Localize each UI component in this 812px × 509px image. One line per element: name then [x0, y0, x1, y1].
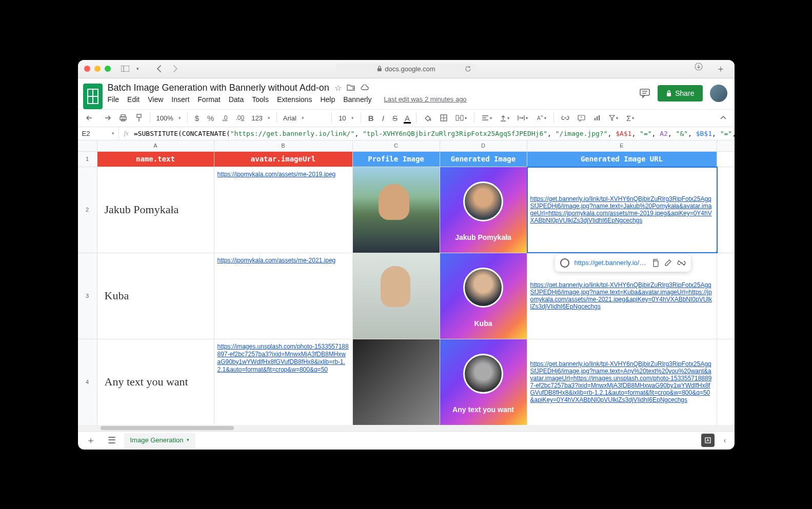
sheet-tab[interactable]: Image Generation ▾: [124, 433, 195, 448]
remove-link-button[interactable]: [677, 260, 686, 266]
font-family-select[interactable]: Arial▾: [281, 113, 327, 123]
text-color-button[interactable]: A: [403, 113, 412, 124]
col-header-c[interactable]: C: [353, 140, 440, 151]
cell-profile-image[interactable]: [353, 253, 440, 339]
strikethrough-button[interactable]: S: [389, 112, 401, 125]
functions-button[interactable]: Σ▾: [623, 112, 637, 125]
col-header-a[interactable]: A: [97, 140, 214, 151]
header-cell[interactable]: Profile Image: [353, 152, 440, 167]
increase-decimal-button[interactable]: .00: [232, 112, 247, 124]
hyperlink[interactable]: https://images.unsplash.com/photo-153355…: [217, 343, 349, 373]
menu-format[interactable]: Format: [197, 95, 220, 104]
text-wrap-button[interactable]: ▾: [514, 113, 531, 123]
collapse-toolbar-button[interactable]: [717, 114, 729, 122]
horizontal-align-button[interactable]: ▾: [479, 113, 495, 123]
menu-extensions[interactable]: Extensions: [277, 95, 312, 104]
cell-profile-image[interactable]: [353, 167, 440, 253]
format-percent-button[interactable]: %: [204, 112, 217, 125]
back-button[interactable]: [153, 64, 165, 73]
menu-view[interactable]: View: [148, 95, 163, 104]
cell-generated-url[interactable]: https://get.bannerly.io/link/tpl-XVHY6nQ…: [527, 167, 717, 253]
link-preview-text[interactable]: https://get.bannerly.io/link...: [575, 259, 646, 267]
explore-button[interactable]: [701, 434, 715, 447]
borders-button[interactable]: [437, 112, 450, 124]
name-box[interactable]: E2 ▾: [78, 127, 119, 140]
formula-input[interactable]: =SUBSTITUTE(CONCATENATE("https://get.ban…: [134, 130, 735, 137]
forward-button[interactable]: [170, 64, 181, 73]
hyperlink[interactable]: https://jpomykala.com/assets/me-2019.jpe…: [217, 171, 336, 178]
cell-name[interactable]: Jakub Pomykała: [97, 167, 214, 253]
header-cell[interactable]: Generated Image URL: [527, 152, 717, 167]
redo-button[interactable]: [100, 113, 114, 123]
cell-generated-image[interactable]: Jakub Pomykała: [440, 167, 527, 253]
row-header[interactable]: 1: [78, 152, 97, 167]
cell-avatar-url[interactable]: https://jpomykala.com/assets/me-2021.jpe…: [214, 253, 353, 339]
add-sheet-button[interactable]: ＋: [82, 432, 100, 449]
header-cell[interactable]: avatar.imageUrl: [214, 152, 353, 167]
menu-bannerly[interactable]: Bannerly: [343, 95, 371, 104]
chevron-down-icon[interactable]: ▾: [133, 65, 142, 72]
menu-file[interactable]: File: [108, 95, 120, 104]
col-header-b[interactable]: B: [214, 140, 353, 151]
all-sheets-button[interactable]: ☰: [104, 433, 120, 448]
copy-link-button[interactable]: [651, 259, 659, 267]
share-button[interactable]: Share: [658, 85, 702, 101]
horizontal-scrollbar[interactable]: [78, 425, 735, 431]
menu-edit[interactable]: Edit: [127, 95, 140, 104]
menu-tools[interactable]: Tools: [252, 95, 269, 104]
sheets-logo-icon[interactable]: [83, 84, 103, 109]
menu-insert[interactable]: Insert: [171, 95, 189, 104]
hyperlink[interactable]: https://get.bannerly.io/link/tpl-XVHY6nQ…: [530, 360, 714, 403]
refresh-icon[interactable]: [465, 66, 471, 72]
format-currency-button[interactable]: $: [192, 112, 202, 125]
italic-button[interactable]: I: [379, 112, 387, 125]
cell-profile-image[interactable]: [353, 339, 440, 425]
bold-button[interactable]: B: [365, 112, 377, 125]
hyperlink[interactable]: https://jpomykala.com/assets/me-2021.jpe…: [217, 257, 336, 264]
text-rotation-button[interactable]: A▾: [533, 112, 549, 124]
vertical-align-button[interactable]: ▾: [497, 112, 512, 124]
star-icon[interactable]: ☆: [334, 83, 342, 93]
insert-comment-button[interactable]: +: [575, 113, 588, 124]
col-header-e[interactable]: E: [527, 140, 717, 151]
selection-handle[interactable]: [715, 251, 717, 253]
last-edit-status[interactable]: Last edit was 2 minutes ago: [384, 95, 466, 103]
menu-help[interactable]: Help: [320, 95, 335, 104]
close-window-button[interactable]: [84, 66, 90, 72]
new-tab-icon[interactable]: ＋: [713, 62, 728, 76]
header-cell[interactable]: Generated Image: [440, 152, 527, 167]
filter-button[interactable]: ▾: [606, 113, 621, 123]
sidebar-toggle-icon[interactable]: [118, 65, 132, 73]
row-header[interactable]: 2: [78, 167, 97, 253]
merge-cells-button[interactable]: ▾: [452, 113, 470, 123]
hyperlink[interactable]: https://get.bannerly.io/link/tpl-XVHY6nQ…: [530, 281, 714, 310]
minimize-window-button[interactable]: [94, 66, 101, 72]
address-bar[interactable]: docs.google.com: [335, 64, 476, 74]
move-icon[interactable]: [347, 84, 355, 91]
fill-color-button[interactable]: [421, 112, 435, 124]
downloads-icon[interactable]: [691, 62, 706, 76]
side-panel-toggle[interactable]: ‹: [720, 434, 730, 446]
account-avatar[interactable]: [710, 85, 727, 102]
grid-body[interactable]: 1 name.text avatar.imageUrl Profile Imag…: [78, 152, 735, 425]
menu-data[interactable]: Data: [229, 95, 244, 104]
insert-link-button[interactable]: [558, 113, 572, 123]
comments-icon[interactable]: [639, 88, 650, 98]
cell-avatar-url[interactable]: https://images.unsplash.com/photo-153355…: [214, 339, 353, 425]
cell-name[interactable]: Kuba: [97, 253, 214, 339]
insert-chart-button[interactable]: [590, 113, 604, 123]
paint-format-button[interactable]: [132, 112, 146, 124]
cell-name[interactable]: Any text you want: [97, 339, 214, 425]
scrollbar-thumb[interactable]: [101, 426, 234, 430]
cell-generated-image[interactable]: Kuba: [440, 253, 527, 339]
cell-generated-url[interactable]: https://get.bannerly.io/link/tpl-XVHY6nQ…: [527, 339, 717, 425]
select-all-cell[interactable]: [78, 140, 97, 151]
chevron-down-icon[interactable]: ▾: [187, 437, 189, 442]
font-size-select[interactable]: 10▾: [336, 113, 357, 123]
hyperlink[interactable]: https://get.bannerly.io/link/tpl-XVHY6nQ…: [530, 195, 714, 224]
maximize-window-button[interactable]: [105, 66, 111, 72]
document-title[interactable]: Batch Image Generation with Bannerly wit…: [108, 83, 329, 93]
cell-avatar-url[interactable]: https://jpomykala.com/assets/me-2019.jpe…: [214, 167, 353, 253]
col-header-d[interactable]: D: [440, 140, 527, 151]
print-button[interactable]: [116, 112, 130, 124]
